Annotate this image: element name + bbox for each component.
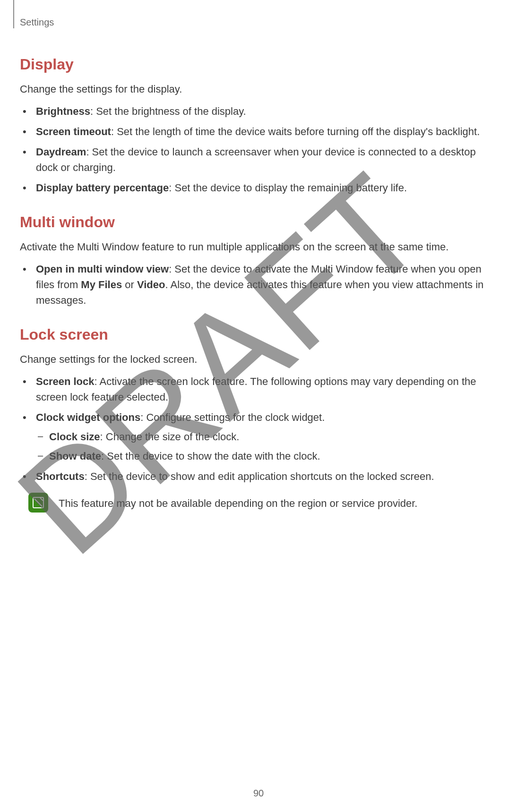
- section-intro-multiwindow: Activate the Multi Window feature to run…: [20, 239, 497, 255]
- note-row: This feature may not be available depend…: [28, 493, 497, 513]
- section-title-multiwindow: Multi window: [20, 214, 497, 231]
- list-item: Screen timeout: Set the length of time t…: [36, 124, 497, 139]
- list-item: Clock widget options: Configure settings…: [36, 410, 497, 464]
- desc: : Set the device to display the remainin…: [169, 182, 407, 194]
- term: Screen timeout: [36, 126, 111, 137]
- term: Open in multi window view: [36, 263, 169, 275]
- term: Show date: [49, 450, 101, 462]
- list-lockscreen: Screen lock: Activate the screen lock fe…: [36, 374, 497, 484]
- list-item: Daydream: Set the device to launch a scr…: [36, 144, 497, 175]
- section-title-display: Display: [20, 56, 497, 73]
- page-number: 90: [0, 788, 517, 799]
- term: Clock widget options: [36, 411, 140, 423]
- list-item: Brightness: Set the brightness of the di…: [36, 103, 497, 119]
- desc: : Set the brightness of the display.: [90, 105, 246, 117]
- term: Daydream: [36, 146, 86, 158]
- list-multiwindow: Open in multi window view: Set the devic…: [36, 261, 497, 308]
- note-text: This feature may not be available depend…: [59, 493, 417, 511]
- sublist: Clock size: Change the size of the clock…: [49, 429, 497, 464]
- desc: or: [122, 279, 137, 291]
- desc: : Set the device to launch a screensaver…: [36, 146, 476, 173]
- desc: : Change the size of the clock.: [100, 431, 240, 443]
- list-item: Display battery percentage: Set the devi…: [36, 180, 497, 196]
- list-item: Shortcuts: Set the device to show and ed…: [36, 469, 497, 484]
- term: Clock size: [49, 431, 100, 443]
- term: Screen lock: [36, 376, 95, 387]
- desc: : Set the length of time the device wait…: [111, 126, 480, 137]
- section-intro-lockscreen: Change settings for the locked screen.: [20, 352, 497, 367]
- note-icon: [28, 493, 48, 513]
- list-display: Brightness: Set the brightness of the di…: [36, 103, 497, 196]
- header-label: Settings: [20, 17, 54, 28]
- bold-ref: Video: [137, 279, 165, 291]
- desc: : Configure settings for the clock widge…: [140, 411, 325, 423]
- term: Display battery percentage: [36, 182, 169, 194]
- term: Shortcuts: [36, 470, 85, 482]
- list-item: Show date: Set the device to show the da…: [49, 448, 497, 464]
- desc: : Activate the screen lock feature. The …: [36, 376, 476, 403]
- section-intro-display: Change the settings for the display.: [20, 82, 497, 97]
- desc: : Set the device to show the date with t…: [101, 450, 320, 462]
- list-item: Screen lock: Activate the screen lock fe…: [36, 374, 497, 405]
- desc: : Set the device to show and edit applic…: [85, 470, 434, 482]
- section-title-lockscreen: Lock screen: [20, 326, 497, 343]
- header-rule: [13, 0, 14, 28]
- bold-ref: My Files: [81, 279, 122, 291]
- list-item: Clock size: Change the size of the clock…: [49, 429, 497, 444]
- list-item: Open in multi window view: Set the devic…: [36, 261, 497, 308]
- term: Brightness: [36, 105, 90, 117]
- page-content: Display Change the settings for the disp…: [20, 56, 497, 513]
